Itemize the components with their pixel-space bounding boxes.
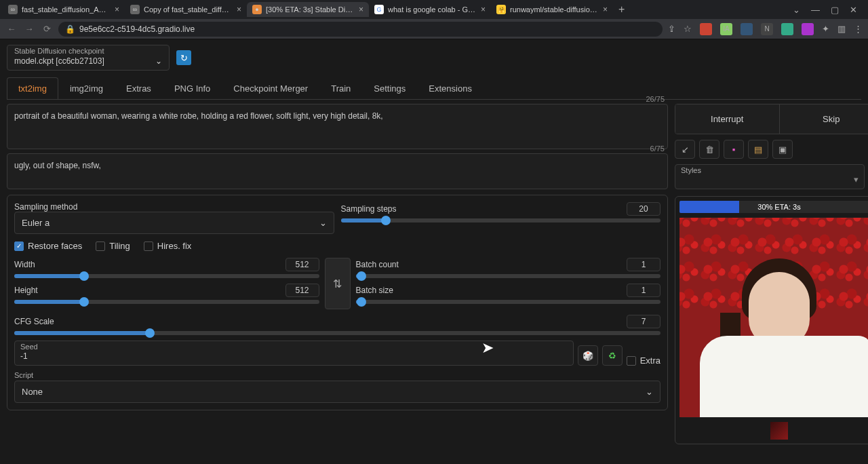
extension-icon[interactable]: [802, 23, 814, 35]
swap-icon: ⇅: [333, 277, 342, 290]
restore-faces-checkbox[interactable]: ✓Restore faces: [14, 241, 82, 251]
sampling-steps-input[interactable]: [627, 202, 660, 216]
window-controls: ⌄ — ▢ ✕: [785, 5, 865, 15]
tab-txt2img[interactable]: txt2img: [7, 77, 58, 99]
infinity-icon: ∞: [8, 5, 18, 14]
cfg-input[interactable]: [627, 315, 660, 328]
hiresfix-checkbox[interactable]: Hires. fix: [144, 241, 192, 251]
clipboard-button[interactable]: ▤: [748, 140, 768, 159]
extension-icon[interactable]: [741, 23, 753, 35]
save-style-button[interactable]: ▣: [772, 140, 793, 159]
browser-tab-active[interactable]: ●[30% ETA: 3s] Stable Diffusion×: [247, 2, 369, 17]
tab-title: fast_stable_diffusion_AUTOMA: [22, 5, 111, 14]
new-tab-button[interactable]: +: [613, 3, 630, 16]
tab-img2img[interactable]: img2img: [58, 77, 115, 99]
browser-tab[interactable]: ∞Copy of fast_stable_diffusion×: [125, 2, 247, 17]
close-icon[interactable]: ×: [237, 5, 241, 14]
sampling-steps-slider[interactable]: [341, 218, 661, 223]
hiresfix-label: Hires. fix: [157, 241, 192, 251]
sidepanel-icon[interactable]: ▥: [837, 24, 846, 34]
chevron-down-icon[interactable]: ⌄: [793, 5, 800, 15]
sampling-method-label: Sampling method: [14, 202, 334, 212]
seed-extra-label: Extra: [640, 355, 660, 366]
forward-icon[interactable]: →: [23, 24, 35, 34]
close-window-icon[interactable]: ✕: [850, 5, 857, 15]
seed-extra-checkbox[interactable]: Extra: [627, 355, 660, 366]
embedding-button[interactable]: ▪: [724, 140, 744, 159]
tiling-label: Tiling: [109, 241, 130, 251]
height-input[interactable]: [285, 284, 319, 297]
batch-size-label: Batch size: [356, 286, 393, 295]
batch-size-input[interactable]: [627, 284, 660, 297]
tab-extensions[interactable]: Extensions: [417, 77, 484, 99]
checkbox-icon: [144, 241, 153, 251]
extension-icon[interactable]: N: [761, 23, 773, 35]
tab-checkpoint-merger[interactable]: Checkpoint Merger: [222, 77, 319, 99]
tab-pnginfo[interactable]: PNG Info: [163, 77, 222, 99]
refresh-checkpoint-button[interactable]: ↻: [176, 50, 191, 65]
tab-train[interactable]: Train: [319, 77, 362, 99]
share-icon[interactable]: ⇪: [668, 24, 675, 34]
batch-count-input[interactable]: [627, 258, 660, 271]
prompt-input[interactable]: [7, 104, 667, 147]
tab-extras[interactable]: Extras: [115, 77, 163, 99]
negative-token-count: 6/75: [650, 144, 665, 153]
restore-faces-label: Restore faces: [28, 241, 82, 251]
random-seed-button[interactable]: 🎲: [578, 345, 598, 366]
seed-input[interactable]: [20, 351, 568, 361]
reload-icon[interactable]: ⟳: [41, 24, 53, 34]
height-slider[interactable]: [14, 300, 319, 304]
tiling-checkbox[interactable]: Tiling: [96, 241, 130, 251]
width-input[interactable]: [285, 258, 319, 271]
reuse-seed-button[interactable]: ♻: [602, 345, 623, 366]
close-icon[interactable]: ×: [481, 5, 486, 14]
close-icon[interactable]: ×: [359, 5, 363, 14]
cfg-slider[interactable]: [14, 331, 660, 335]
negative-prompt-box: 6/75: [7, 153, 668, 189]
maximize-icon[interactable]: ▢: [831, 5, 839, 15]
browser-tab[interactable]: Gwhat is google colab - Googl×: [369, 2, 491, 17]
chevron-down-icon: ▾: [854, 174, 859, 185]
square-icon: ▪: [732, 144, 736, 155]
chevron-down-icon: ⌄: [155, 56, 162, 66]
extensions-icon[interactable]: ✦: [822, 24, 829, 34]
skip-button[interactable]: Skip: [780, 104, 869, 134]
google-icon: G: [374, 5, 384, 14]
trash-button[interactable]: 🗑: [699, 140, 719, 159]
star-icon[interactable]: ☆: [684, 24, 692, 34]
close-icon[interactable]: ×: [603, 5, 608, 14]
extension-icon[interactable]: IA: [720, 23, 732, 35]
output-image[interactable]: [679, 218, 868, 417]
width-slider[interactable]: [14, 274, 319, 278]
swap-dimensions-button[interactable]: ⇅: [325, 258, 351, 309]
url-input[interactable]: 🔒 9e5e6cc2-c519-4dc5.gradio.live: [58, 22, 663, 37]
close-icon[interactable]: ×: [115, 5, 119, 14]
back-icon[interactable]: ←: [5, 24, 18, 34]
browser-tab[interactable]: 🤗runwayml/stable-diffusion-v1×: [491, 2, 613, 17]
huggingface-icon: 🤗: [496, 5, 506, 14]
parameters-panel: Sampling method Euler a ⌄ Sampling steps: [7, 195, 668, 410]
checkbox-icon: [627, 356, 636, 366]
infinity-icon: ∞: [130, 5, 140, 14]
extension-icon[interactable]: [700, 23, 712, 35]
arrow-button[interactable]: ↙: [675, 140, 695, 159]
batch-count-slider[interactable]: [356, 274, 661, 278]
negative-prompt-input[interactable]: [7, 154, 667, 187]
browser-tab[interactable]: ∞fast_stable_diffusion_AUTOMA×: [3, 2, 125, 17]
interrupt-button[interactable]: Interrupt: [675, 104, 780, 134]
menu-icon[interactable]: ⋮: [854, 24, 863, 34]
batch-size-slider[interactable]: [356, 300, 661, 304]
sampling-method-value: Euler a: [22, 218, 50, 228]
checkpoint-label: Stable Diffusion checkpoint: [14, 47, 162, 55]
tab-settings[interactable]: Settings: [362, 77, 417, 99]
sampling-method-select[interactable]: Euler a ⌄: [14, 212, 334, 234]
script-select[interactable]: None ⌄: [14, 381, 660, 403]
checkpoint-select[interactable]: Stable Diffusion checkpoint model.ckpt […: [7, 45, 170, 71]
minimize-icon[interactable]: —: [811, 5, 820, 15]
styles-select[interactable]: Styles ▾: [675, 164, 865, 189]
seed-label: Seed: [20, 343, 568, 351]
output-thumbnail[interactable]: [770, 422, 788, 440]
extension-icon[interactable]: [781, 23, 793, 35]
lock-icon: 🔒: [65, 24, 75, 34]
tab-title: runwayml/stable-diffusion-v1: [510, 5, 599, 14]
